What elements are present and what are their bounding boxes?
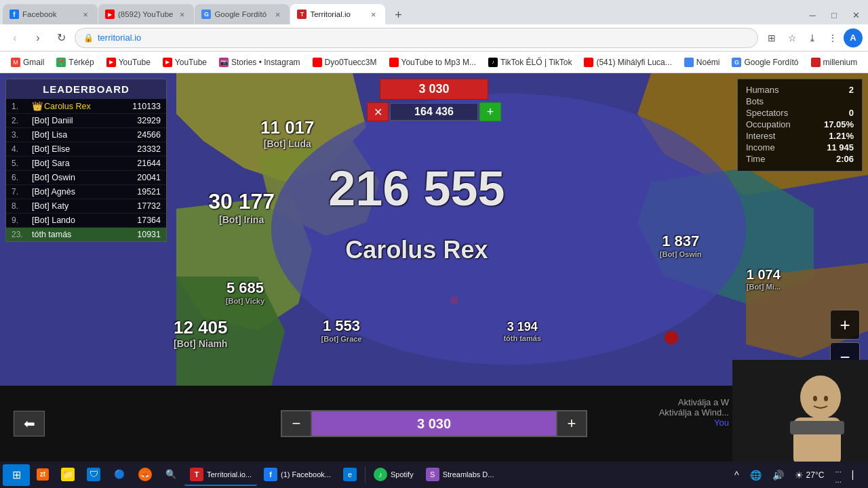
start-button[interactable]: ⊞ bbox=[3, 464, 30, 486]
taskbar-explorer[interactable]: 📁 bbox=[56, 464, 80, 486]
bookmark-millenium[interactable]: millenium bbox=[806, 56, 863, 69]
time-value: 2:06 bbox=[836, 154, 854, 164]
info-spectators: Spectators 0 bbox=[746, 108, 854, 118]
bookmark-button[interactable]: ☆ bbox=[783, 28, 802, 47]
bookmark-noemi[interactable]: Noémi bbox=[679, 56, 726, 69]
bottom-minus-button[interactable]: − bbox=[281, 410, 312, 437]
tray-expand-icon: ^ bbox=[734, 470, 739, 481]
tray-network[interactable]: 🌐 bbox=[746, 464, 766, 486]
remove-troops-button[interactable]: ✕ bbox=[367, 102, 389, 121]
facebook-taskbar-icon: f bbox=[264, 468, 277, 481]
maximize-button[interactable]: □ bbox=[825, 5, 844, 24]
bookmark-fordito-label: Google Fordító bbox=[744, 58, 798, 67]
settings-button[interactable]: ⋮ bbox=[823, 28, 842, 47]
bookmark-gmail[interactable]: M Gmail bbox=[5, 56, 50, 69]
tray-arrow[interactable]: ^ bbox=[730, 464, 743, 486]
bookmark-youtube2[interactable]: ▶ YouTube bbox=[157, 56, 212, 69]
refresh-button[interactable]: ↻ bbox=[52, 28, 71, 47]
address-bar[interactable]: 🔒 territorial.io bbox=[75, 28, 758, 48]
info-panel: Humans 2 Bots Spectators 0 Occupation 17… bbox=[737, 79, 863, 171]
ytmp3-favicon bbox=[389, 58, 399, 67]
taskbar-firefox[interactable]: 🦊 bbox=[133, 464, 157, 486]
bookmark-google-fordito[interactable]: G Google Fordító bbox=[726, 56, 804, 69]
mihalyfi-favicon bbox=[584, 58, 593, 67]
rank-6: 6. bbox=[12, 173, 32, 182]
minimize-button[interactable]: ─ bbox=[803, 5, 822, 24]
taskbar-edge[interactable]: e bbox=[338, 464, 362, 486]
score-2: 32929 bbox=[137, 116, 161, 125]
rank-2: 2. bbox=[12, 116, 32, 125]
zoom-in-button[interactable]: + bbox=[830, 310, 860, 340]
bookmark-youtube1[interactable]: ▶ YouTube bbox=[101, 56, 156, 69]
rank-7: 7. bbox=[12, 187, 32, 197]
rank-4: 4. bbox=[12, 144, 32, 154]
lock-icon: 🔒 bbox=[83, 33, 94, 43]
leaderboard-title: LEADERBOARD bbox=[6, 79, 166, 99]
back-to-menu-button[interactable]: ⬅ bbox=[14, 411, 45, 436]
bottom-value-bar: 3 030 bbox=[312, 410, 556, 437]
rank-8: 8. bbox=[12, 201, 32, 211]
forward-button[interactable]: › bbox=[28, 28, 47, 47]
taskbar-territorial[interactable]: T Territorial.io... bbox=[184, 464, 257, 486]
bookmark-mihalyfi[interactable]: (541) Mihályfi Luca... bbox=[578, 56, 677, 69]
tray-speaker[interactable]: 🔊 bbox=[768, 464, 788, 486]
bookmark-instagram[interactable]: 📷 Stories • Instagram bbox=[214, 56, 306, 69]
taskbar-facebook[interactable]: f (1) Facebook... bbox=[258, 464, 336, 486]
interest-label: Interest bbox=[746, 131, 775, 141]
bookmark-dyo[interactable]: Dyo0Tuecc3M bbox=[307, 56, 382, 69]
tab-google-translate-close[interactable]: × bbox=[272, 9, 283, 20]
tab-youtube[interactable]: ▶ (8592) YouTube × bbox=[98, 4, 194, 24]
profile-button[interactable]: A bbox=[844, 28, 863, 47]
new-tab-button[interactable]: + bbox=[389, 5, 408, 24]
clock-date: ... bbox=[835, 475, 842, 485]
activate-you: You bbox=[659, 418, 729, 428]
yt1-favicon: ▶ bbox=[106, 58, 116, 67]
info-bots: Bots bbox=[746, 96, 854, 106]
taskbar-defender[interactable]: 🛡 bbox=[81, 464, 106, 486]
svg-point-16 bbox=[824, 396, 828, 401]
tab-facebook[interactable]: f Facebook × bbox=[3, 4, 98, 24]
leaderboard-row-8: 8. [Bot] Katy 17732 bbox=[6, 199, 166, 214]
time-label: Time bbox=[746, 154, 765, 164]
security-icon: 🔵 bbox=[113, 468, 126, 481]
close-button[interactable]: ✕ bbox=[846, 5, 865, 24]
spectators-value: 0 bbox=[849, 108, 854, 118]
luda-score: 11 017 [Bot] Luda bbox=[260, 117, 315, 149]
taskbar-spotify[interactable]: ♪ Spotify bbox=[368, 464, 419, 486]
tab-google-translate[interactable]: G Google Fordító × bbox=[195, 4, 290, 24]
oswin-score: 1 837 [Bot] Oswin bbox=[660, 232, 702, 258]
score-3: 24566 bbox=[137, 130, 161, 140]
tab-youtube-close[interactable]: × bbox=[176, 9, 187, 20]
edge-icon: e bbox=[343, 468, 357, 481]
tab-territorial-title: Territorial.io bbox=[310, 10, 364, 18]
taskbar-zt[interactable]: zt bbox=[31, 464, 54, 486]
tab-facebook-close[interactable]: × bbox=[80, 9, 91, 20]
taskbar-streamlabs[interactable]: S Streamlabs D... bbox=[420, 464, 500, 486]
clock-display[interactable]: ... ... bbox=[831, 464, 846, 486]
bookmark-tiktok[interactable]: ♪ TikTok ÉLŐ | TikTok bbox=[483, 56, 577, 69]
clock-hour: ... bbox=[835, 465, 842, 475]
bookmark-ytmp3[interactable]: YouTube to Mp3 M... bbox=[384, 56, 482, 69]
add-troops-button[interactable]: + bbox=[479, 102, 501, 121]
leaderboard: LEADERBOARD 1. 👑 Carolus Rex 110133 2. [… bbox=[5, 79, 167, 242]
tray-weather[interactable]: ☀ 27°C bbox=[791, 464, 829, 486]
back-button[interactable]: ‹ bbox=[5, 28, 24, 47]
show-desktop-button[interactable]: ▏ bbox=[848, 464, 863, 486]
taskbar-windows-security[interactable]: 🔵 bbox=[107, 464, 132, 486]
taskbar-search[interactable]: 🔍 bbox=[159, 464, 183, 486]
tab-territorial-close[interactable]: × bbox=[368, 9, 378, 20]
bookmark-terkep[interactable]: 📍 Térkép bbox=[51, 56, 99, 69]
terkep-favicon: 📍 bbox=[56, 58, 66, 67]
rank-1: 1. bbox=[12, 102, 32, 111]
bookmarks-bar: M Gmail 📍 Térkép ▶ YouTube ▶ YouTube 📷 S… bbox=[0, 52, 868, 73]
top-score-bar: 3 030 bbox=[380, 79, 488, 100]
bookmark-tiktok-label: TikTok ÉLŐ | TikTok bbox=[500, 58, 572, 67]
extensions-button[interactable]: ⊞ bbox=[762, 28, 781, 47]
downloads-button[interactable]: ⤓ bbox=[803, 28, 822, 47]
youtube-favicon: ▶ bbox=[105, 9, 115, 19]
humans-value: 2 bbox=[849, 85, 854, 95]
bottom-plus-button[interactable]: + bbox=[556, 410, 587, 437]
tab-territorial[interactable]: T Territorial.io × bbox=[290, 4, 385, 24]
streamlabs-icon: S bbox=[426, 468, 439, 481]
taskbar-separator bbox=[365, 467, 366, 483]
